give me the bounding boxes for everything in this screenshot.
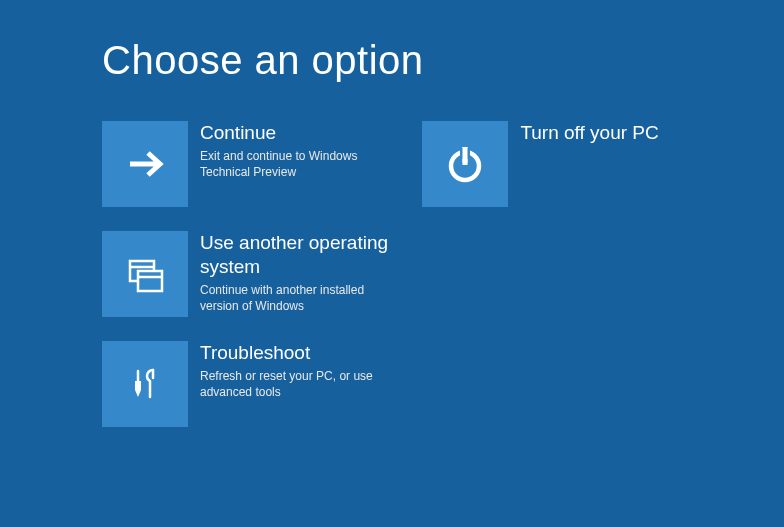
continue-title: Continue <box>200 121 402 145</box>
svg-rect-8 <box>463 147 468 163</box>
use-another-os-desc: Continue with another installed version … <box>200 282 402 314</box>
windows-stack-icon <box>102 231 188 317</box>
use-another-os-option[interactable]: Use another operating system Continue wi… <box>102 231 402 317</box>
options-column-left: Continue Exit and continue to Windows Te… <box>102 121 402 427</box>
troubleshoot-option[interactable]: Troubleshoot Refresh or reset your PC, o… <box>102 341 402 427</box>
continue-text: Continue Exit and continue to Windows Te… <box>200 121 402 180</box>
svg-rect-2 <box>138 271 162 291</box>
turn-off-text: Turn off your PC <box>520 121 684 148</box>
tools-icon <box>102 341 188 427</box>
troubleshoot-title: Troubleshoot <box>200 341 402 365</box>
power-icon <box>422 121 508 207</box>
arrow-right-icon <box>102 121 188 207</box>
continue-option[interactable]: Continue Exit and continue to Windows Te… <box>102 121 402 207</box>
troubleshoot-desc: Refresh or reset your PC, or use advance… <box>200 368 402 400</box>
recovery-environment-screen: Choose an option Continue Exit and conti… <box>0 0 784 427</box>
turn-off-option[interactable]: Turn off your PC <box>422 121 684 207</box>
turn-off-title: Turn off your PC <box>520 121 684 145</box>
options-grid: Continue Exit and continue to Windows Te… <box>102 121 684 427</box>
options-column-right: Turn off your PC <box>422 121 684 427</box>
use-another-os-title: Use another operating system <box>200 231 402 279</box>
troubleshoot-text: Troubleshoot Refresh or reset your PC, o… <box>200 341 402 400</box>
continue-desc: Exit and continue to Windows Technical P… <box>200 148 402 180</box>
page-title: Choose an option <box>102 38 684 83</box>
use-another-os-text: Use another operating system Continue wi… <box>200 231 402 314</box>
